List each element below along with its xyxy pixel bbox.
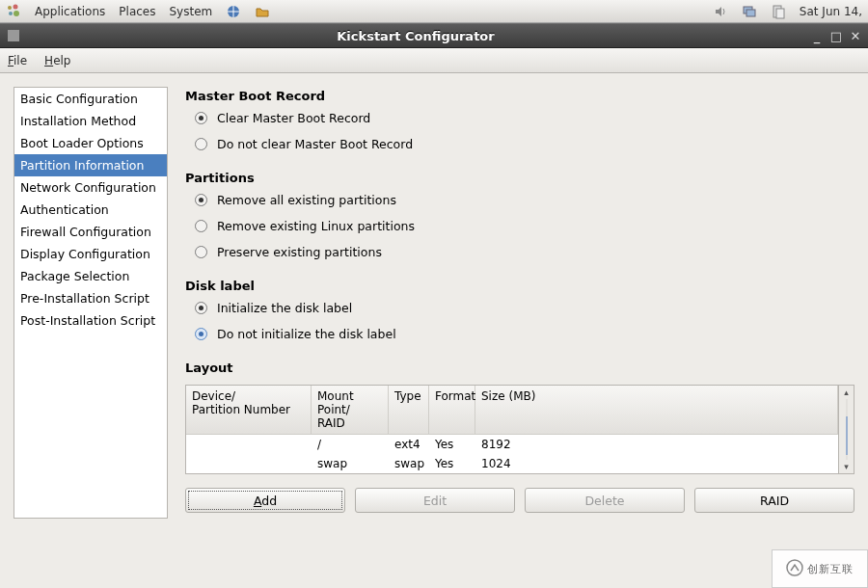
cell-type: ext4 xyxy=(389,435,429,454)
cell-mount: swap xyxy=(312,454,389,473)
sidebar-item-installation-method[interactable]: Installation Method xyxy=(14,110,167,132)
close-button[interactable]: ✕ xyxy=(849,29,862,42)
radio-init-disklabel[interactable] xyxy=(195,302,207,314)
radio-remove-all[interactable] xyxy=(195,194,207,206)
radio-remove-linux-label: Remove existing Linux partitions xyxy=(217,219,415,233)
sidebar-item-basic-configuration[interactable]: Basic Configuration xyxy=(14,88,167,110)
sidebar-item-pre-installation-script[interactable]: Pre-Installation Script xyxy=(14,287,167,309)
sidebar-item-partition-information[interactable]: Partition Information xyxy=(14,154,167,176)
svg-rect-9 xyxy=(8,30,19,41)
cell-mount: / xyxy=(312,435,389,454)
cell-size: 8192 xyxy=(475,435,838,454)
window-title: Kickstart Configurator xyxy=(21,29,810,43)
table-row[interactable]: /ext4Yes8192 xyxy=(186,435,838,454)
mbr-title: Master Boot Record xyxy=(185,89,854,103)
cell-device xyxy=(186,454,312,473)
watermark-text: 创新互联 xyxy=(807,562,854,576)
system-menu[interactable]: System xyxy=(169,5,212,18)
sidebar-item-package-selection[interactable]: Package Selection xyxy=(14,265,167,287)
disklabel-title: Disk label xyxy=(185,279,854,293)
table-row[interactable]: swapswapYes1024 xyxy=(186,454,838,473)
svg-point-1 xyxy=(14,4,18,9)
radio-remove-all-label: Remove all existing partitions xyxy=(217,193,396,207)
layout-table: Device/Partition Number Mount Point/RAID… xyxy=(185,385,839,474)
sidebar-item-post-installation-script[interactable]: Post-Installation Script xyxy=(14,309,167,332)
menu-file[interactable]: File xyxy=(8,54,27,67)
cell-size: 1024 xyxy=(475,454,838,473)
col-format[interactable]: Format xyxy=(429,386,475,435)
svg-point-2 xyxy=(9,12,13,15)
delete-button[interactable]: Delete xyxy=(525,488,685,513)
svg-rect-8 xyxy=(776,9,784,18)
table-scrollbar[interactable]: ▴ ▾ xyxy=(839,385,854,474)
cell-device xyxy=(186,435,312,454)
scroll-up-icon[interactable]: ▴ xyxy=(840,386,854,399)
raid-button[interactable]: RAID xyxy=(694,488,854,513)
edit-button[interactable]: Edit xyxy=(355,488,515,513)
add-button[interactable]: Add xyxy=(185,488,345,513)
applications-menu[interactable]: Applications xyxy=(35,5,105,18)
svg-point-10 xyxy=(787,560,802,575)
clock[interactable]: Sat Jun 14, xyxy=(800,5,862,18)
sidebar-item-network-configuration[interactable]: Network Configuration xyxy=(14,176,167,199)
gnome-top-panel: Applications Places System Sat Jun 14, xyxy=(0,0,868,23)
sidebar-item-firewall-configuration[interactable]: Firewall Configuration xyxy=(14,221,167,243)
folder-icon[interactable] xyxy=(255,4,270,19)
browser-icon[interactable] xyxy=(226,4,241,19)
col-type[interactable]: Type xyxy=(389,386,429,435)
watermark: 创新互联 xyxy=(772,549,868,588)
cell-format: Yes xyxy=(429,454,475,473)
content-pane: Master Boot Record Clear Master Boot Rec… xyxy=(185,87,854,575)
radio-clear-mbr-label: Clear Master Boot Record xyxy=(217,111,370,125)
cell-type: swap xyxy=(389,454,429,473)
radio-clear-mbr[interactable] xyxy=(195,112,207,124)
scroll-thumb[interactable] xyxy=(846,416,848,455)
cell-format: Yes xyxy=(429,435,475,454)
gnome-foot-icon xyxy=(6,4,21,19)
partitions-title: Partitions xyxy=(185,171,854,185)
menu-help[interactable]: Help xyxy=(44,54,70,67)
app-body: Basic ConfigurationInstallation MethodBo… xyxy=(0,73,868,588)
sidebar-item-boot-loader-options[interactable]: Boot Loader Options xyxy=(14,132,167,154)
radio-preserve[interactable] xyxy=(195,246,207,258)
layout-title: Layout xyxy=(185,361,854,375)
col-mount[interactable]: Mount Point/RAID xyxy=(312,386,389,435)
watermark-logo-icon xyxy=(786,559,803,579)
minimize-button[interactable]: _ xyxy=(810,29,824,42)
radio-remove-linux[interactable] xyxy=(195,220,207,232)
col-size[interactable]: Size (MB) xyxy=(475,386,838,435)
volume-icon[interactable] xyxy=(713,4,728,19)
sidebar-item-authentication[interactable]: Authentication xyxy=(14,199,167,221)
app-icon xyxy=(6,28,21,43)
menubar: File Help xyxy=(0,48,868,73)
sidebar-item-display-configuration[interactable]: Display Configuration xyxy=(14,243,167,265)
svg-point-0 xyxy=(8,6,12,10)
maximize-button[interactable]: □ xyxy=(829,29,843,42)
scroll-down-icon[interactable]: ▾ xyxy=(840,460,854,473)
radio-noinit-disklabel[interactable] xyxy=(195,328,207,340)
radio-preserve-label: Preserve existing partitions xyxy=(217,245,382,259)
radio-noinit-disklabel-label: Do not initialize the disk label xyxy=(217,327,396,341)
radio-init-disklabel-label: Initialize the disk label xyxy=(217,301,352,315)
sidebar: Basic ConfigurationInstallation MethodBo… xyxy=(14,87,168,519)
svg-rect-6 xyxy=(746,10,755,16)
window-titlebar: Kickstart Configurator _ □ ✕ xyxy=(0,23,868,48)
col-device[interactable]: Device/Partition Number xyxy=(186,386,312,435)
clipboard-icon[interactable] xyxy=(771,4,786,19)
svg-point-3 xyxy=(14,11,19,16)
radio-noclear-mbr-label: Do not clear Master Boot Record xyxy=(217,137,413,151)
places-menu[interactable]: Places xyxy=(119,5,155,18)
radio-noclear-mbr[interactable] xyxy=(195,138,207,150)
display-icon[interactable] xyxy=(742,4,757,19)
